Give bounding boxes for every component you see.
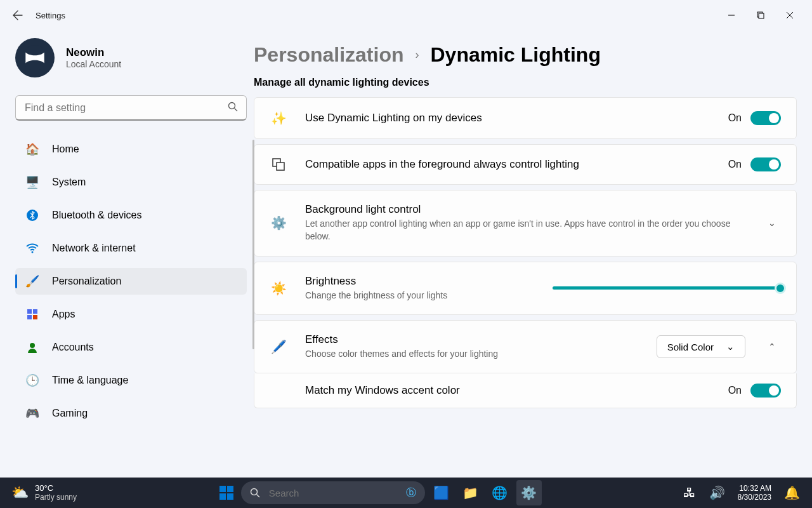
sidebar-item-bluetooth[interactable]: Bluetooth & devices [15, 202, 247, 229]
svg-point-5 [32, 251, 34, 253]
sidebar: Neowin Local Account 🏠 Home 🖥️ System Bl… [0, 30, 254, 478]
taskbar-copilot[interactable]: 🟦 [429, 480, 454, 505]
chevron-right-icon: › [416, 48, 419, 62]
toggle-switch[interactable] [750, 384, 781, 398]
avatar [15, 38, 55, 77]
sidebar-item-label: Gaming [52, 408, 88, 419]
sidebar-item-label: Apps [52, 309, 75, 320]
system-icon: 🖥️ [25, 175, 39, 189]
window-title: Settings [36, 11, 65, 20]
close-button[interactable] [775, 5, 804, 25]
profile-block[interactable]: Neowin Local Account [15, 38, 254, 77]
tray-notifications[interactable]: 🔔 [779, 480, 804, 505]
card-title: Effects [305, 333, 639, 346]
sidebar-item-label: Bluetooth & devices [52, 210, 141, 221]
card-title: Background light control [305, 203, 745, 216]
apps-icon [25, 307, 39, 321]
taskbar-clock[interactable]: 10:32 AM 8/30/2023 [733, 484, 776, 502]
layers-icon [270, 157, 287, 171]
sidebar-item-network[interactable]: Network & internet [15, 235, 247, 262]
svg-rect-15 [219, 493, 226, 500]
sidebar-item-apps[interactable]: Apps [15, 301, 247, 328]
card-effects[interactable]: 🖊️ Effects Choose color themes and effec… [254, 320, 797, 373]
taskbar-weather[interactable]: ⛅ 30°C Partly sunny [0, 484, 88, 501]
clock-date: 8/30/2023 [738, 493, 771, 502]
toggle-switch[interactable] [750, 157, 781, 171]
network-icon: 🖧 [683, 486, 696, 500]
sidebar-item-time[interactable]: 🕒 Time & language [15, 367, 247, 394]
toggle-state: On [728, 159, 742, 170]
titlebar: Settings [0, 0, 812, 30]
card-desc: Change the brightness of your lights [305, 289, 535, 302]
sidebar-item-label: System [52, 177, 86, 188]
taskbar-search[interactable]: ⓑ [241, 481, 425, 504]
svg-rect-16 [227, 493, 233, 500]
close-icon [786, 11, 794, 19]
svg-rect-13 [219, 486, 226, 492]
back-button[interactable] [8, 5, 28, 25]
pen-icon: 🖊️ [270, 339, 287, 354]
card-title: Match my Windows accent color [305, 384, 728, 397]
chevron-down-icon: ⌄ [726, 341, 735, 352]
start-button[interactable] [216, 482, 237, 504]
volume-icon: 🔊 [709, 485, 725, 500]
svg-rect-9 [33, 315, 37, 319]
brightness-slider[interactable] [553, 286, 781, 290]
weather-desc: Partly sunny [35, 493, 77, 502]
card-accent-color[interactable]: Match my Windows accent color On [254, 373, 797, 408]
sidebar-item-home[interactable]: 🏠 Home [15, 136, 247, 163]
gamepad-icon: 🎮 [25, 406, 39, 420]
sidebar-item-label: Personalization [52, 276, 121, 287]
search-input[interactable] [15, 95, 247, 121]
svg-point-3 [229, 103, 235, 109]
bing-icon: ⓑ [406, 486, 416, 500]
gear-icon: ⚙️ [521, 485, 537, 500]
tray-volume[interactable]: 🔊 [705, 480, 730, 505]
card-title: Use Dynamic Lighting on my devices [305, 112, 710, 124]
maximize-icon [757, 11, 764, 19]
breadcrumb-parent[interactable]: Personalization [254, 43, 404, 67]
sun-icon: ☀️ [270, 281, 287, 296]
card-compatible-apps[interactable]: Compatible apps in the foreground always… [254, 144, 797, 185]
card-use-dynamic[interactable]: ✨ Use Dynamic Lighting on my devices On [254, 97, 797, 139]
profile-sub: Local Account [66, 59, 121, 69]
sidebar-item-gaming[interactable]: 🎮 Gaming [15, 400, 247, 427]
search-box[interactable] [15, 95, 247, 121]
taskbar-search-input[interactable] [269, 488, 397, 498]
maximize-button[interactable] [746, 5, 775, 25]
svg-point-17 [251, 489, 257, 495]
sidebar-item-label: Time & language [52, 375, 128, 386]
effects-dropdown[interactable]: Solid Color ⌄ [657, 335, 745, 358]
sidebar-item-personalization[interactable]: 🖌️ Personalization [15, 268, 247, 295]
sidebar-item-label: Network & internet [52, 243, 136, 254]
toggle-switch[interactable] [750, 111, 781, 125]
edge-icon: 🌐 [492, 485, 508, 500]
chevron-down-icon[interactable]: ⌄ [763, 218, 781, 228]
svg-rect-6 [27, 309, 32, 314]
sidebar-item-label: Accounts [52, 342, 94, 353]
paintbrush-icon: 🖌️ [25, 274, 39, 288]
card-title: Brightness [305, 275, 535, 288]
taskbar-edge[interactable]: 🌐 [487, 480, 513, 505]
card-desc: Let another app control lighting when an… [305, 217, 745, 243]
tray-network[interactable]: 🖧 [677, 480, 702, 505]
bluetooth-icon [25, 208, 39, 222]
svg-rect-1 [759, 13, 764, 18]
slider-thumb[interactable] [775, 283, 786, 294]
sidebar-item-accounts[interactable]: Accounts [15, 334, 247, 361]
minimize-button[interactable] [717, 5, 746, 25]
sparkle-icon: ✨ [270, 110, 287, 126]
svg-rect-8 [27, 315, 32, 319]
sidebar-item-system[interactable]: 🖥️ System [15, 169, 247, 196]
card-desc: Choose color themes and effects for your… [305, 347, 639, 360]
clock-icon: 🕒 [25, 373, 39, 387]
taskbar-settings[interactable]: ⚙️ [516, 480, 542, 505]
person-icon [25, 340, 39, 354]
svg-point-10 [30, 343, 35, 348]
taskbar-explorer[interactable]: 📁 [458, 480, 483, 505]
minimize-icon [728, 11, 735, 19]
nav-scrollbar[interactable] [252, 140, 254, 423]
chevron-up-icon[interactable]: ⌃ [763, 342, 781, 352]
clock-time: 10:32 AM [738, 484, 771, 493]
card-background-control[interactable]: ⚙️ Background light control Let another … [254, 190, 797, 257]
